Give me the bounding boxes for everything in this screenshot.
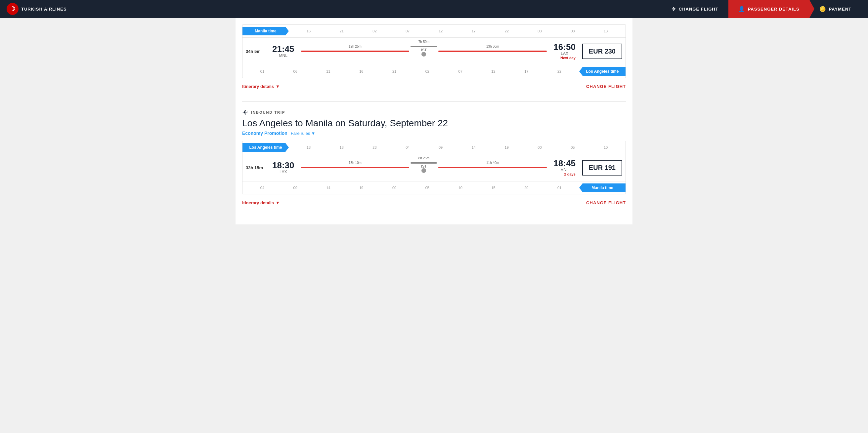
inbound-seg1: 13h 10m [301, 167, 409, 168]
tick: 08 [556, 29, 589, 33]
tick: 15 [477, 186, 510, 190]
section-divider [242, 101, 626, 102]
tick: 22 [490, 29, 523, 33]
outbound-seg1: 12h 25m [301, 51, 409, 52]
inbound-seg1-line [301, 167, 409, 168]
tick: 04 [391, 145, 424, 149]
nav-payment-label: PAYMENT [829, 7, 851, 11]
tick: 19 [490, 145, 523, 149]
outbound-top-ticks: 16 21 02 07 12 17 22 03 08 13 [289, 29, 625, 33]
inbound-economy-link[interactable]: Economy Promotion [242, 131, 287, 136]
inbound-plane-icon: ✈ [242, 108, 248, 116]
outbound-itinerary-label: Itinerary details [242, 84, 274, 89]
tick: 19 [345, 186, 378, 190]
outbound-time-label: Manila time [243, 27, 289, 35]
inbound-fare-chevron: ▼ [311, 131, 315, 136]
inbound-itinerary-link[interactable]: Itinerary details ▼ [242, 200, 280, 205]
tick: 12 [424, 29, 457, 33]
inbound-timeline-top: Los Angeles time 13 18 23 04 09 14 19 00… [243, 141, 625, 154]
tick: 02 [358, 29, 391, 33]
inbound-price-box: EUR 191 [582, 160, 622, 175]
inbound-seg3: 11h 40m [438, 167, 547, 168]
inbound-itinerary-row: Itinerary details ▼ CHANGE FLIGHT [242, 198, 626, 208]
inbound-stop: 8h 25m IST i [410, 162, 437, 173]
tick: 09 [424, 145, 457, 149]
tick: 16 [345, 69, 378, 73]
change-flight-icon: ✈ [672, 6, 676, 12]
tick: 13 [589, 29, 622, 33]
nav-passenger-label: PASSENGER DETAILS [748, 7, 800, 11]
outbound-flight-section: Manila time 16 21 02 07 12 17 22 03 08 1… [242, 25, 626, 92]
outbound-stop-code: IST [421, 48, 427, 52]
outbound-price: EUR 230 [589, 47, 616, 55]
inbound-depart-time: 18:30 [272, 161, 294, 170]
main-content: Manila time 16 21 02 07 12 17 22 03 08 1… [236, 18, 632, 225]
tick: 14 [312, 186, 345, 190]
tick: 01 [246, 69, 279, 73]
inbound-bar-container: 13h 10m 8h 25m IST i [294, 162, 554, 173]
inbound-stop-code: IST [421, 164, 427, 168]
inbound-seg1-label: 13h 10m [349, 161, 362, 165]
outbound-next-day: Next day [553, 56, 576, 60]
inbound-depart: 18:30 LAX [272, 161, 294, 174]
outbound-seg1-line [301, 51, 409, 52]
tick: 13 [292, 145, 325, 149]
inbound-bottom-label: Manila time [579, 184, 625, 192]
nav-change-flight-label: CHANGE FLIGHT [679, 7, 718, 11]
inbound-change-flight-link[interactable]: CHANGE FLIGHT [586, 200, 626, 205]
inbound-timeline-container: Los Angeles time 13 18 23 04 09 14 19 00… [242, 141, 626, 194]
inbound-seg2-line [410, 162, 437, 164]
outbound-stop-info-icon[interactable]: i [422, 52, 426, 57]
inbound-fare-row: Economy Promotion Fare rules ▼ [242, 131, 626, 136]
inbound-fare-rules-label: Fare rules [291, 131, 310, 136]
outbound-timeline-top: Manila time 16 21 02 07 12 17 22 03 08 1… [243, 25, 625, 38]
header: ☽ TURKISH AIRLINES ✈ CHANGE FLIGHT 👤 PAS… [0, 0, 868, 18]
outbound-stop: 7h 50m IST i [410, 46, 437, 57]
inbound-price: EUR 191 [589, 164, 616, 171]
inbound-top-ticks: 13 18 23 04 09 14 19 00 05 10 [289, 145, 625, 149]
outbound-seg2-label: 7h 50m [418, 40, 429, 44]
nav-passenger-details[interactable]: 👤 PASSENGER DETAILS [728, 0, 809, 18]
tick: 00 [523, 145, 556, 149]
inbound-itinerary-chevron: ▼ [276, 200, 280, 205]
nav-payment[interactable]: 🪙 PAYMENT [809, 0, 861, 18]
nav-change-flight[interactable]: ✈ CHANGE FLIGHT [661, 0, 728, 18]
inbound-seg3-line [438, 167, 547, 168]
outbound-flight-row: 34h 5m 21:45 MNL 12h 25m [243, 38, 625, 65]
outbound-bar-container: 12h 25m 7h 50m IST i [294, 46, 554, 57]
tick: 16 [292, 29, 325, 33]
outbound-arrive-time: 16:50 [553, 43, 576, 51]
outbound-timeline-bottom: 01 06 11 16 21 02 07 12 17 22 Los Angele… [243, 65, 625, 78]
tick: 00 [378, 186, 411, 190]
outbound-bottom-label: Los Angeles time [579, 67, 625, 76]
tick: 07 [391, 29, 424, 33]
inbound-arrive: 18:45 MNL 2 days [553, 159, 576, 176]
tick: 10 [589, 145, 622, 149]
inbound-segments: 13h 10m 8h 25m IST i [301, 162, 547, 173]
tick: 12 [477, 69, 510, 73]
outbound-itinerary-row: Itinerary details ▼ CHANGE FLIGHT [242, 81, 626, 92]
payment-icon: 🪙 [819, 6, 826, 12]
outbound-itinerary-link[interactable]: Itinerary details ▼ [242, 84, 280, 89]
inbound-trip-title: Los Angeles to Manila on Saturday, Septe… [242, 118, 626, 129]
inbound-seg3-label: 11h 40m [486, 161, 499, 165]
outbound-duration: 34h 5m [246, 49, 272, 54]
inbound-stop-info-icon[interactable]: i [422, 168, 426, 173]
outbound-depart-time: 21:45 [272, 45, 294, 53]
outbound-segments: 12h 25m 7h 50m IST i [301, 46, 547, 57]
inbound-fare-rules-link[interactable]: Fare rules ▼ [291, 131, 315, 136]
tick: 14 [457, 145, 490, 149]
tick: 18 [325, 145, 358, 149]
outbound-bottom-ticks: 01 06 11 16 21 02 07 12 17 22 [243, 69, 579, 73]
tick: 21 [325, 29, 358, 33]
outbound-seg3: 13h 50m [438, 51, 547, 52]
inbound-seg2-label: 8h 25m [418, 156, 429, 160]
tick: 06 [279, 69, 312, 73]
logo-text: TURKISH AIRLINES [21, 7, 67, 11]
tick: 04 [246, 186, 279, 190]
outbound-arrive: 16:50 LAX Next day [553, 43, 576, 60]
outbound-change-flight-link[interactable]: CHANGE FLIGHT [586, 84, 626, 89]
tick: 02 [411, 69, 444, 73]
tick: 01 [543, 186, 576, 190]
tick: 11 [312, 69, 345, 73]
